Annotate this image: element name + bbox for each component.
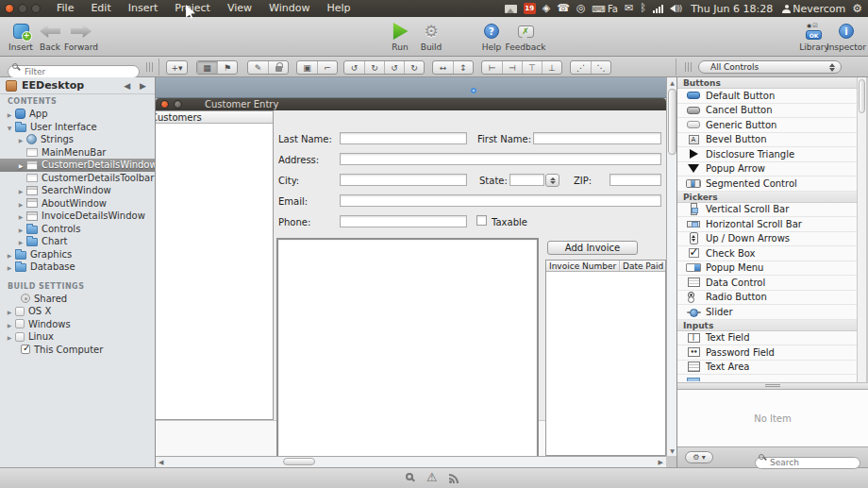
disclosure-icon[interactable] (17, 185, 25, 195)
status-feed-icon[interactable] (449, 472, 460, 483)
library-grip[interactable] (685, 62, 693, 72)
align-right-button[interactable]: ⊣ (502, 61, 522, 74)
space-vertical-button[interactable]: ⋱ (591, 61, 610, 74)
disclosure-icon[interactable] (17, 160, 25, 170)
controls-filter-dropdown[interactable]: All Controls (698, 60, 842, 74)
library-item-slider[interactable]: Slider (677, 305, 857, 320)
grid-mode-button[interactable]: ▦ (197, 61, 217, 74)
phone-field[interactable] (340, 215, 467, 227)
close-window-button[interactable] (5, 4, 14, 13)
sidebar-item-graphics[interactable]: Graphics (0, 248, 155, 261)
invoice-number-column[interactable]: Invoice Number (546, 261, 620, 271)
address-field[interactable] (340, 153, 661, 165)
lock-button[interactable] (268, 61, 288, 74)
scrollbar-thumb[interactable] (283, 458, 315, 465)
library-item-vertical-scroll-bar[interactable]: Vertical Scroll Bar (677, 203, 857, 218)
library-item-text-area[interactable]: Text Area (677, 361, 857, 376)
calendar-indicator-icon[interactable]: 19 (524, 3, 536, 14)
disclosure-icon[interactable] (17, 210, 25, 221)
date-paid-column[interactable]: Date Paid (620, 261, 665, 271)
disclosure-icon[interactable] (6, 306, 13, 316)
library-item-text-field[interactable]: IText Field (677, 331, 857, 346)
sidebar-item-windows[interactable]: Windows (0, 318, 155, 331)
nav-forward-icon[interactable]: ▶ (135, 81, 151, 91)
library-settings-button[interactable]: ⚙ ▾ (685, 451, 713, 463)
network-signal-icon[interactable] (653, 5, 663, 13)
scrollbar-thumb[interactable] (668, 89, 676, 155)
library-item-segmented-control[interactable]: Segmented Control (677, 177, 857, 192)
sidebar-item-invoicedetailswindow[interactable]: InvoiceDetailsWindow (0, 210, 155, 223)
session-gear-icon[interactable]: ⚙ (852, 2, 862, 15)
library-splitter[interactable] (677, 382, 868, 390)
sidebar-item-aboutwindow[interactable]: AboutWindow (0, 197, 155, 210)
library-search-input[interactable] (755, 457, 860, 469)
bluetooth-indicator-icon[interactable]: ᛒ (640, 0, 646, 17)
library-item-disclosure-triangle[interactable]: Disclosure Triangle (677, 147, 857, 162)
space-horizontal-button[interactable]: ⋰ (571, 61, 591, 74)
pointer-mode-button[interactable]: ⚑ (217, 61, 237, 74)
selection-handle[interactable] (471, 88, 476, 93)
project-name[interactable]: EEDesktop (22, 79, 119, 92)
state-field[interactable] (509, 174, 544, 186)
equal-width-button[interactable]: ↔ (433, 61, 453, 74)
lock-bottom-edge-button[interactable]: ↻ (404, 61, 424, 74)
volume-icon[interactable]: ))) (670, 5, 681, 13)
email-field[interactable] (340, 194, 661, 207)
disclosure-icon[interactable] (6, 319, 13, 329)
scrollbar-thumb[interactable] (859, 79, 865, 113)
sidebar-item-customerdetailstoolbar[interactable]: CustomerDetailsToolbar (0, 172, 155, 185)
build-button[interactable]: ⚙ Build (407, 20, 456, 52)
library-item-partial[interactable] (677, 375, 857, 381)
sidebar-item-customerdetailswindow[interactable]: CustomerDetailsWindow (0, 159, 155, 172)
screenshot-indicator-icon[interactable] (505, 5, 517, 13)
nav-back-icon[interactable]: ◀ (119, 81, 135, 91)
menu-insert[interactable]: Insert (120, 0, 167, 17)
library-item-up-down-arrows[interactable]: Up / Down Arrows (677, 232, 857, 247)
align-top-button[interactable]: ⊤ (522, 61, 542, 74)
user-menu[interactable]: Nevercom (782, 3, 845, 15)
library-item-bevel-button[interactable]: ABevel Button (677, 133, 857, 148)
disclosure-icon[interactable] (6, 331, 13, 342)
sidebar-item-app[interactable]: App (0, 108, 155, 121)
filter-input[interactable] (8, 65, 140, 78)
designed-window-body[interactable]: Customers Last Name: First Name: Address… (156, 110, 666, 456)
library-item-generic-button[interactable]: Generic Button (677, 118, 857, 133)
menu-window[interactable]: Window (260, 0, 318, 17)
disclosure-icon[interactable] (17, 134, 25, 144)
maximize-window-button[interactable] (31, 4, 41, 13)
checked-checkbox-icon[interactable] (21, 345, 30, 354)
menu-file[interactable]: File (48, 0, 82, 17)
minimize-window-button[interactable] (18, 4, 27, 13)
library-scrollbar[interactable] (857, 77, 866, 382)
library-item-check-box[interactable]: Check Box (677, 246, 857, 261)
mail-indicator-icon[interactable]: ✉ (625, 0, 633, 17)
filter-field[interactable] (8, 60, 140, 74)
designed-window[interactable]: Customer Entry Customers Last Name: Firs… (156, 98, 666, 456)
add-item-button[interactable]: +▾ (167, 61, 187, 74)
sidebar-item-mainmenubar[interactable]: MainMenuBar (0, 146, 155, 160)
library-item-popup-arrow[interactable]: Popup Arrow (677, 162, 857, 177)
status-search-icon[interactable] (406, 473, 413, 480)
align-left-button[interactable]: ⊢ (482, 61, 502, 74)
corner-button[interactable]: ⌐ (317, 61, 337, 74)
disclosure-icon[interactable] (17, 236, 25, 246)
library-item-data-control[interactable]: Data Control (677, 276, 857, 291)
library-item-radio-button[interactable]: Radio Button (677, 291, 857, 306)
sidebar-item-linux[interactable]: Linux (0, 330, 155, 344)
inspector-button[interactable]: i Inspector (822, 20, 868, 52)
dropbox-indicator-icon[interactable]: ◈ (542, 0, 550, 17)
selected-container-control[interactable] (276, 238, 539, 456)
scroll-left-arrow[interactable]: ◀ (159, 459, 163, 466)
library-item-popup-menu[interactable]: Popup Menu (677, 261, 857, 277)
invoices-listbox[interactable]: Invoice Number Date Paid (545, 260, 666, 456)
menu-edit[interactable]: Edit (82, 0, 119, 17)
clock[interactable]: Thu Jun 6 18:28 (688, 3, 776, 15)
forward-button[interactable]: Forward (57, 20, 106, 52)
library-item-default-button[interactable]: Default Button (677, 89, 857, 104)
lock-top-edge-button[interactable]: ↻ (364, 61, 384, 74)
feedback-button[interactable]: ✗ Feedback (501, 20, 550, 52)
sidebar-item-strings[interactable]: Strings (0, 133, 155, 146)
status-warnings-icon[interactable]: ⚠ (426, 470, 438, 484)
library-search-field[interactable] (755, 451, 860, 463)
sidebar-item-osx[interactable]: OS X (0, 305, 155, 318)
